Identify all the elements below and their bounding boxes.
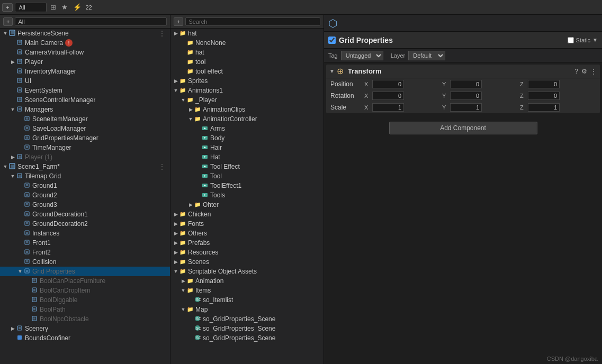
tree-item-items-so[interactable]: ▼📁Items — [170, 286, 324, 295]
label-tilemap: Tilemap Grid — [25, 172, 61, 180]
svg-rect-3 — [19, 41, 21, 43]
tree-item-eventsystem[interactable]: EventSystem — [0, 86, 170, 95]
tree-item-ground1[interactable]: Ground1 — [0, 181, 170, 190]
add-button[interactable]: + — [2, 3, 13, 12]
tree-item-scenery[interactable]: ▶Scenery — [0, 324, 170, 333]
tree-item-player[interactable]: ▶Player — [0, 57, 170, 67]
tree-item-front1[interactable]: Front1 — [0, 238, 170, 248]
tree-item-body[interactable]: Body — [170, 133, 324, 143]
tree-item-persistence[interactable]: ▼PersistenceScene⋮ — [0, 29, 170, 38]
tree-item-others[interactable]: ▶📁Others — [170, 229, 324, 238]
tree-item-scene1farm[interactable]: ▼Scene1_Farm*⋮ — [0, 162, 170, 171]
transform-settings-icon[interactable]: ⚙ — [581, 68, 587, 75]
tree-item-tooleffect1-anim[interactable]: ToolEffect1 — [170, 181, 324, 190]
tree-item-saveload[interactable]: SaveLoadManager — [0, 124, 170, 133]
tree-item-camera-virtual[interactable]: CameraVirtualFollow — [0, 48, 170, 57]
tree-item-animcontroller[interactable]: ▼📁AnimatiorController — [170, 114, 324, 124]
tree-item-ground2[interactable]: Ground2 — [0, 190, 170, 200]
tree-item-resources[interactable]: ▶📁Resources — [170, 248, 324, 257]
scale-y-input[interactable] — [450, 103, 482, 112]
static-checkbox[interactable] — [568, 37, 574, 43]
tree-item-scenecontroller[interactable]: SceneControllerManager — [0, 95, 170, 105]
tree-item-tooleffect-folder[interactable]: 📁tool effect — [170, 67, 324, 76]
project-add-button[interactable]: + — [174, 17, 183, 26]
tree-item-so-itemlist[interactable]: SOso_Itemlist — [170, 295, 324, 305]
hierarchy-search[interactable] — [15, 17, 167, 26]
star-icon[interactable]: ★ — [60, 3, 69, 11]
tree-item-ground3[interactable]: Ground3 — [0, 200, 170, 210]
scale-x-input[interactable] — [372, 103, 404, 112]
tree-item-booldrop[interactable]: BoolCanDropItem — [0, 286, 170, 295]
tree-item-hat-folder[interactable]: 📁hat — [170, 48, 324, 57]
scale-label: Scale — [330, 104, 362, 111]
tree-item-collision[interactable]: Collision — [0, 257, 170, 267]
tree-item-instances[interactable]: Instances — [0, 229, 170, 238]
tree-item-hair[interactable]: Hair — [170, 143, 324, 152]
tree-item-boolpath[interactable]: BoolPath — [0, 305, 170, 314]
tree-item-ohter[interactable]: ▶📁Ohter — [170, 200, 324, 210]
transform-help-icon[interactable]: ? — [574, 68, 578, 75]
project-search[interactable] — [185, 17, 320, 26]
search-input[interactable] — [15, 3, 47, 12]
tree-item-map-so[interactable]: ▼📁Map — [170, 305, 324, 314]
tree-item-prefabs[interactable]: ▶📁Prefabs — [170, 238, 324, 248]
tree-item-main-camera[interactable]: Main Camera! — [0, 38, 170, 48]
tree-item-bounds[interactable]: BoundsConfiner — [0, 333, 170, 343]
tree-item-animations1[interactable]: ▼📁Animations1 — [170, 86, 324, 95]
tree-item-player1[interactable]: ▶Player (1) — [0, 152, 170, 162]
inspector-active-checkbox[interactable] — [328, 37, 336, 44]
tree-item-so-grid1[interactable]: SOso_GridProperties_Scene — [170, 314, 324, 324]
rotation-y-input[interactable] — [450, 92, 482, 100]
tree-item-managers[interactable]: ▼Managers — [0, 105, 170, 114]
tree-item-so-grid2[interactable]: SOso_GridProperties_Scene — [170, 324, 324, 333]
tree-item-animclips[interactable]: ▶📁AnimationClips — [170, 105, 324, 114]
transform-header[interactable]: ▼ ⊕ Transform ? ⚙ ⋮ — [326, 65, 600, 78]
rotation-z-input[interactable] — [528, 92, 560, 100]
tree-item-grounddec2[interactable]: GroundDecoration2 — [0, 219, 170, 229]
position-y-input[interactable] — [450, 80, 482, 88]
tree-item-hat-anim[interactable]: Hat — [170, 152, 324, 162]
tree-item-scenes[interactable]: ▶📁Scenes — [170, 257, 324, 267]
tree-item-tool-folder[interactable]: 📁tool — [170, 57, 324, 67]
tree-item-fonts[interactable]: ▶📁Fonts — [170, 219, 324, 229]
grid-view-icon[interactable]: ⊞ — [49, 3, 58, 11]
tree-item-boolplace[interactable]: BoolCanPlaceFurniture — [0, 276, 170, 286]
tree-item-booldig[interactable]: BoolDiggable — [0, 295, 170, 305]
tree-item-sprites[interactable]: ▶📁Sprites — [170, 76, 324, 86]
transform-more-icon[interactable]: ⋮ — [590, 68, 597, 75]
tree-item-arms[interactable]: Arms — [170, 124, 324, 133]
tree-item-grounddec1[interactable]: GroundDecoration1 — [0, 210, 170, 219]
tree-item-chicken[interactable]: ▶📁Chicken — [170, 210, 324, 219]
tree-item-player-anim[interactable]: ▼📁_Player — [170, 95, 324, 105]
tag-select[interactable]: Untagged — [341, 51, 383, 60]
tree-item-nonenone[interactable]: 📁NoneNone — [170, 38, 324, 48]
tree-item-inventory[interactable]: InventoryManager — [0, 67, 170, 76]
tree-item-gridprops2[interactable]: ▼Grid Properties — [0, 267, 170, 276]
tree-item-time[interactable]: TimeManager — [0, 143, 170, 152]
scale-z-input[interactable] — [528, 103, 560, 112]
add-component-button[interactable]: Add Component — [389, 122, 537, 134]
tree-item-tilemap[interactable]: ▼Tilemap Grid — [0, 171, 170, 181]
lightning-icon[interactable]: ⚡ — [71, 3, 83, 11]
tree-item-boolnpc[interactable]: BoolNpcObstacle — [0, 314, 170, 324]
tree-item-tool-anim[interactable]: Tool — [170, 171, 324, 181]
tree-item-front2[interactable]: Front2 — [0, 248, 170, 257]
context-menu-dots-persistence[interactable]: ⋮ — [158, 29, 168, 38]
layer-select[interactable]: Default — [408, 51, 445, 60]
tree-item-gridprops[interactable]: GridPropertiesManager — [0, 133, 170, 143]
tree-item-scriptable[interactable]: ▼📁Scriptable Object Assets — [170, 267, 324, 276]
tree-item-so-grid3[interactable]: SOso_GridProperties_Scene — [170, 333, 324, 343]
tree-item-tools-anim[interactable]: Tools — [170, 190, 324, 200]
cube-icon — [16, 68, 23, 75]
tree-item-sceneitem[interactable]: SceneItemManager — [0, 114, 170, 124]
static-dropdown-icon[interactable]: ▼ — [592, 37, 598, 43]
position-x-input[interactable] — [372, 80, 404, 88]
tree-item-hat-top[interactable]: ▶📁hat — [170, 29, 324, 38]
position-z-input[interactable] — [528, 80, 560, 88]
rotation-x-input[interactable] — [372, 92, 404, 100]
tree-item-animation-so[interactable]: ▶📁Animation — [170, 276, 324, 286]
tree-item-tooleffect-anim[interactable]: Tool Effect — [170, 162, 324, 171]
hierarchy-add-button[interactable]: + — [3, 17, 13, 26]
context-menu-dots-scene1farm[interactable]: ⋮ — [158, 162, 168, 171]
tree-item-ui[interactable]: UI — [0, 76, 170, 86]
